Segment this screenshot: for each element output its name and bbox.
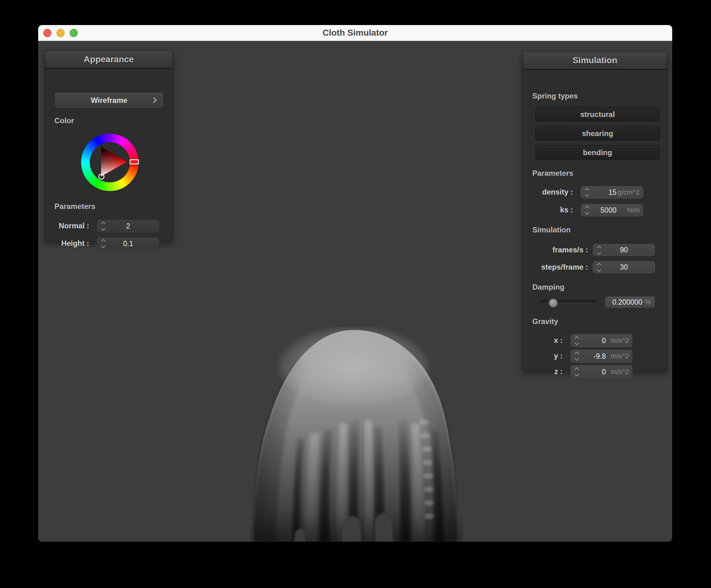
stepper-down-icon[interactable] bbox=[575, 341, 579, 345]
normal-stepper[interactable]: 2 bbox=[97, 220, 159, 232]
gravity-y-unit: m/s^2 bbox=[611, 350, 629, 362]
appearance-panel-title: Appearance bbox=[84, 54, 134, 64]
appearance-panel: Appearance Wireframe Color bbox=[45, 50, 173, 241]
normal-label: Normal : bbox=[45, 220, 89, 232]
gravity-x-label: x : bbox=[523, 334, 563, 346]
gravity-x-value: 0 bbox=[584, 334, 606, 347]
stepper-down-icon[interactable] bbox=[585, 193, 589, 197]
simulation-panel: Simulation Spring types structural shear… bbox=[523, 51, 667, 371]
gravity-x-unit: m/s^2 bbox=[611, 334, 629, 347]
stepper-up-icon[interactable] bbox=[575, 367, 579, 371]
stepper-up-icon[interactable] bbox=[585, 188, 589, 192]
density-unit: g/cm^2 bbox=[618, 186, 640, 198]
ks-unit: N/m bbox=[627, 204, 640, 216]
wireframe-dropdown[interactable]: Wireframe bbox=[55, 93, 163, 108]
stepper-up-icon[interactable] bbox=[575, 352, 579, 356]
ks-label: ks : bbox=[523, 204, 573, 216]
damping-slider-handle[interactable] bbox=[548, 298, 559, 309]
app-window: Cloth Simulator bbox=[38, 25, 672, 542]
wireframe-label: Wireframe bbox=[91, 96, 127, 105]
cloth-render bbox=[250, 327, 463, 542]
gravity-x-stepper[interactable]: 0 m/s^2 bbox=[570, 334, 632, 347]
gravity-label: Gravity bbox=[532, 317, 558, 326]
appearance-parameters-label: Parameters bbox=[55, 202, 95, 211]
spring-structural-button[interactable]: structural bbox=[535, 107, 660, 122]
steps-per-frame-stepper[interactable]: 30 bbox=[593, 261, 655, 273]
simulation-panel-title: Simulation bbox=[573, 55, 617, 65]
minimize-button[interactable] bbox=[56, 29, 65, 37]
gravity-y-stepper[interactable]: -9.8 m/s^2 bbox=[570, 350, 632, 363]
density-stepper[interactable]: 15 g/cm^2 bbox=[581, 186, 643, 199]
density-value: 15 bbox=[594, 186, 617, 198]
chevron-right-icon bbox=[151, 97, 156, 103]
stepper-down-icon[interactable] bbox=[575, 356, 579, 361]
spring-shearing-label: shearing bbox=[582, 129, 613, 138]
steps-label: steps/frame : bbox=[523, 261, 588, 273]
frames-label: frames/s : bbox=[523, 244, 588, 255]
height-label: Height : bbox=[45, 238, 89, 249]
stepper-down-icon[interactable] bbox=[575, 372, 579, 376]
sv-marker[interactable] bbox=[98, 174, 105, 180]
zoom-button[interactable] bbox=[69, 29, 78, 37]
sim-simulation-label: Simulation bbox=[532, 226, 571, 234]
ks-value: 5000 bbox=[594, 204, 617, 216]
color-label: Color bbox=[55, 116, 74, 125]
spring-shearing-button[interactable]: shearing bbox=[535, 126, 660, 141]
stepper-up-icon[interactable] bbox=[585, 205, 589, 210]
spring-bending-button[interactable]: bending bbox=[535, 145, 660, 160]
height-value: 0.1 bbox=[97, 238, 159, 250]
hue-marker[interactable] bbox=[130, 159, 139, 164]
ks-stepper[interactable]: 5000 N/m bbox=[581, 204, 643, 217]
spring-structural-label: structural bbox=[580, 110, 615, 119]
height-stepper[interactable]: 0.1 bbox=[97, 238, 159, 250]
frames-value: 90 bbox=[593, 244, 655, 256]
viewport-3d[interactable]: Appearance Wireframe Color bbox=[38, 41, 672, 542]
appearance-panel-header[interactable]: Appearance bbox=[45, 51, 172, 69]
sim-parameters-label: Parameters bbox=[532, 169, 573, 178]
spring-types-label: Spring types bbox=[532, 92, 578, 100]
titlebar[interactable]: Cloth Simulator bbox=[38, 25, 672, 41]
damping-unit: % bbox=[645, 298, 651, 306]
damping-label: Damping bbox=[532, 283, 564, 292]
stepper-down-icon[interactable] bbox=[585, 210, 589, 214]
window-title: Cloth Simulator bbox=[323, 28, 388, 38]
stepper-up-icon[interactable] bbox=[575, 336, 579, 340]
gravity-z-value: 0 bbox=[584, 366, 606, 378]
gravity-y-label: y : bbox=[523, 350, 563, 362]
traffic-lights bbox=[43, 25, 78, 41]
gravity-z-unit: m/s^2 bbox=[611, 366, 629, 378]
gravity-z-stepper[interactable]: 0 m/s^2 bbox=[570, 365, 632, 379]
simulation-panel-header[interactable]: Simulation bbox=[523, 52, 667, 70]
damping-value-box[interactable]: 0.200000 % bbox=[605, 296, 655, 308]
spring-bending-label: bending bbox=[583, 148, 612, 157]
density-label: density : bbox=[523, 186, 573, 198]
color-wheel bbox=[76, 128, 144, 197]
gravity-z-label: z : bbox=[523, 365, 563, 378]
steps-value: 30 bbox=[593, 262, 655, 273]
damping-value: 0.200000 bbox=[612, 298, 643, 307]
frames-per-second-stepper[interactable]: 90 bbox=[593, 244, 655, 256]
normal-value: 2 bbox=[97, 220, 159, 232]
gravity-y-value: -9.8 bbox=[584, 350, 606, 362]
close-button[interactable] bbox=[43, 29, 52, 37]
